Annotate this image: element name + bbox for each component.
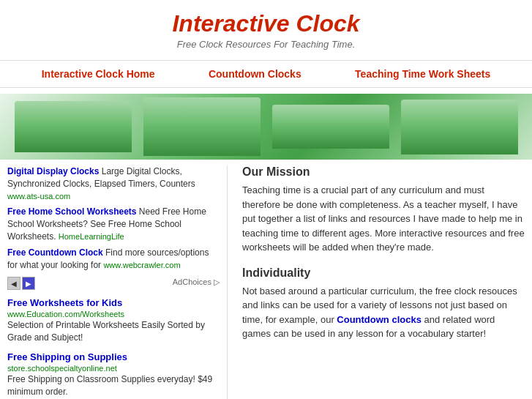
ad-link-2: Free Home School Worksheets Need Free Ho… bbox=[7, 206, 220, 242]
nav-item-home[interactable]: Interactive Clock Home bbox=[42, 68, 155, 80]
sidebar-item-1-desc: Selection of Printable Worksheets Easily… bbox=[7, 319, 220, 344]
countdown-clocks-link[interactable]: Countdown clocks bbox=[337, 314, 422, 325]
sidebar-item-2-url[interactable]: store.schoolspecialtyonline.net bbox=[7, 364, 117, 373]
right-column: Our Mission Teaching time is a crucial p… bbox=[227, 165, 532, 399]
prev-arrow-top[interactable]: ◀ bbox=[7, 277, 20, 290]
sidebar-items: Free Worksheets for Kids www.Education.c… bbox=[7, 297, 220, 399]
sidebar-item-2-title[interactable]: Free Shipping on Supplies bbox=[7, 351, 127, 362]
ad-link-2-title[interactable]: Free Home School Worksheets bbox=[7, 206, 137, 217]
individuality-section: Individuality Not based around a particu… bbox=[242, 266, 525, 341]
nav-item-countdown[interactable]: Countdown Clocks bbox=[209, 68, 301, 80]
sidebar-item-1: Free Worksheets for Kids www.Education.c… bbox=[7, 297, 220, 344]
banner-shape-1 bbox=[15, 101, 132, 152]
ad-link-2-url[interactable]: HomeLearningLife bbox=[59, 232, 124, 241]
top-nav-arrows: ◀ ▶ bbox=[7, 277, 35, 290]
main-nav: Interactive Clock Home Countdown Clocks … bbox=[0, 60, 532, 88]
mission-section: Our Mission Teaching time is a crucial p… bbox=[242, 165, 525, 255]
left-column: Digital Display Clocks Large Digital Clo… bbox=[0, 165, 227, 399]
sidebar-item-2: Free Shipping on Supplies store.schoolsp… bbox=[7, 351, 220, 398]
next-arrow-top[interactable]: ▶ bbox=[22, 277, 35, 290]
page-title: Interactive Clock bbox=[0, 10, 532, 37]
mission-text: Teaching time is a crucial part of any c… bbox=[242, 183, 525, 255]
nav-item-worksheets[interactable]: Teaching Time Work Sheets bbox=[355, 68, 490, 80]
mission-heading: Our Mission bbox=[242, 165, 525, 179]
individuality-heading: Individuality bbox=[242, 266, 525, 280]
banner-shape-4 bbox=[401, 100, 518, 154]
ad-link-3-title[interactable]: Free Countdown Clock bbox=[7, 247, 103, 258]
sidebar-item-1-title[interactable]: Free Worksheets for Kids bbox=[7, 297, 122, 308]
page-subtitle: Free Clock Resources For Teaching Time. bbox=[0, 39, 532, 50]
banner-shape-3 bbox=[272, 105, 389, 149]
ad-link-3-url[interactable]: www.webcrawler.com bbox=[103, 261, 180, 269]
ad-link-3: Free Countdown Clock Find more sources/o… bbox=[7, 247, 220, 272]
ad-link-1-url[interactable]: www.ats-usa.com bbox=[7, 192, 70, 201]
ad-link-1-title[interactable]: Digital Display Clocks bbox=[7, 166, 99, 176]
ad-links-section: Digital Display Clocks Large Digital Clo… bbox=[7, 165, 220, 271]
adchoices-top: AdChoices ▷ bbox=[173, 277, 220, 287]
individuality-text: Not based around a particular curriculum… bbox=[242, 284, 525, 341]
banner-image bbox=[0, 94, 532, 160]
sidebar-item-1-url[interactable]: www.Education.com/Worksheets bbox=[7, 310, 124, 318]
ad-link-1: Digital Display Clocks Large Digital Clo… bbox=[7, 165, 220, 202]
banner-shape-2 bbox=[143, 97, 261, 156]
sidebar-item-2-desc: Free Shipping on Classroom Supplies ever… bbox=[7, 373, 220, 398]
